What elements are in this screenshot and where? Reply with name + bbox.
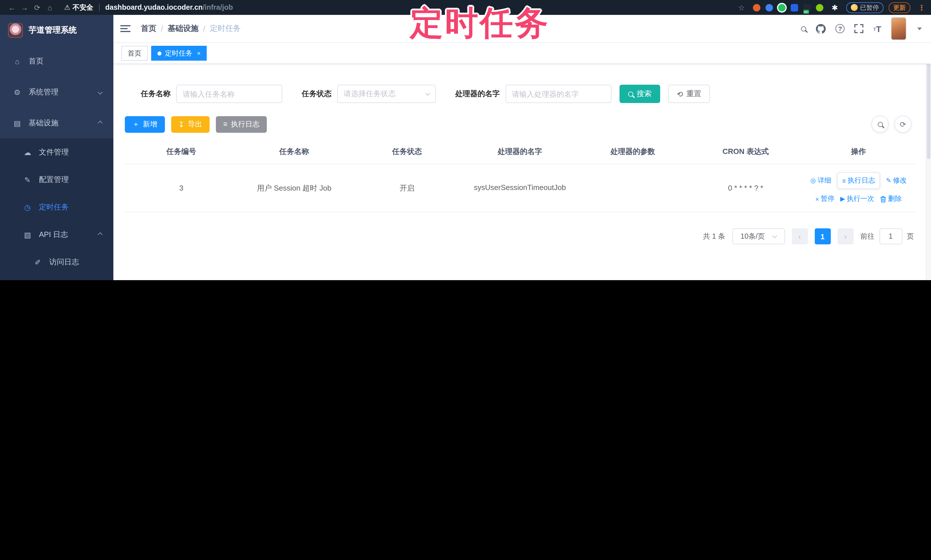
- trash-icon: [880, 195, 886, 202]
- extension-icon-on-badge[interactable]: on: [803, 4, 811, 11]
- run-once-link[interactable]: ▶ 执行一次: [840, 194, 874, 204]
- cell-job-name: 用户 Session 超时 Job: [237, 164, 350, 212]
- sidebar-item-system[interactable]: ⚙ 系统管理: [0, 77, 113, 108]
- tag-home[interactable]: 首页: [122, 46, 148, 61]
- chevron-down-icon: [772, 233, 777, 238]
- delete-link[interactable]: 删除: [880, 194, 902, 204]
- refresh-icon[interactable]: ⟳: [894, 115, 911, 133]
- breadcrumb-infra[interactable]: 基础设施: [168, 23, 199, 34]
- sidebar-item-infra[interactable]: ▤ 基础设施: [0, 108, 113, 138]
- sidebar-collapse-icon[interactable]: [120, 25, 131, 32]
- active-dot-icon: [157, 51, 162, 55]
- search-icon[interactable]: [801, 26, 806, 31]
- extension-icon-orange[interactable]: [753, 4, 760, 11]
- sidebar-item-config-manage[interactable]: ✎ 配置管理: [0, 166, 113, 194]
- browser-reload-icon[interactable]: ⟳: [31, 3, 43, 12]
- col-job-name: 任务名称: [237, 141, 350, 164]
- pagination: 共 1 条 10条/页 ‹ 1 › 前往 页: [125, 228, 914, 245]
- cloud-upload-icon: ☁: [23, 148, 32, 157]
- tag-scheduled-job[interactable]: 定时任务 ×: [151, 46, 207, 61]
- list-icon: ≡: [223, 120, 228, 128]
- cell-actions: ◎ 详细 ≡ 执行日志 ✎: [802, 164, 915, 212]
- pause-link[interactable]: × 暂停: [815, 194, 834, 204]
- pencil-icon: ✎: [886, 177, 891, 184]
- font-size-icon[interactable]: ᴛT: [873, 24, 881, 34]
- export-button[interactable]: ↧ 导出: [171, 116, 210, 132]
- row-job-log-link[interactable]: ≡ 执行日志: [837, 172, 880, 189]
- handler-name-input[interactable]: [506, 85, 612, 103]
- browser-home-icon[interactable]: ⌂: [43, 3, 56, 12]
- avatar[interactable]: [891, 17, 906, 40]
- detail-link[interactable]: ◎ 详细: [811, 176, 831, 185]
- infra-submenu: ☁ 文件管理 ✎ 配置管理 ◷ 定时任务 ▧ API 日志 ✐: [0, 138, 113, 280]
- job-name-input[interactable]: [176, 85, 282, 103]
- pause-icon: ×: [815, 195, 819, 202]
- address-bar[interactable]: ⚠ 不安全 dashboard.yudao.iocoder.cn /infra/…: [64, 3, 735, 12]
- caret-down-icon[interactable]: [917, 27, 922, 30]
- breadcrumb-current: 定时任务: [210, 23, 241, 34]
- sidebar: 芋道管理系统 ⌂ 首页 ⚙ 系统管理 ▤ 基础设施 ☁ 文件管理: [0, 15, 113, 280]
- col-cron: CRON 表达式: [689, 141, 802, 164]
- col-job-id: 任务编号: [125, 141, 237, 164]
- current-page[interactable]: 1: [814, 228, 831, 245]
- show-search-icon[interactable]: [871, 115, 889, 133]
- extensions-puzzle-icon[interactable]: ✱: [829, 3, 841, 12]
- paused-badge[interactable]: 已暂停: [846, 2, 883, 13]
- page-size-select[interactable]: 10条/页: [732, 228, 785, 245]
- job-table: 任务编号 任务名称 任务状态 处理器的名字 处理器的参数 CRON 表达式 操作…: [125, 141, 915, 212]
- page-header: 首页 / 基础设施 / 定时任务 ? ᴛT: [113, 15, 931, 43]
- chevron-up-icon: [98, 232, 103, 237]
- job-log-button[interactable]: ≡ 执行日志: [216, 116, 267, 132]
- sidebar-item-home[interactable]: ⌂ 首页: [0, 46, 113, 77]
- sidebar-item-scheduled-job[interactable]: ◷ 定时任务: [0, 194, 113, 221]
- search-form: 任务名称 任务状态 请选择任务状态 处理器的名字 搜索: [141, 85, 915, 103]
- browser-back-icon[interactable]: ←: [6, 3, 18, 12]
- play-icon: ▶: [840, 195, 845, 203]
- extension-icon-green-check[interactable]: [778, 4, 786, 11]
- app-title: 芋道管理系统: [29, 25, 77, 35]
- reset-button[interactable]: ⟲ 重置: [668, 85, 710, 103]
- sidebar-item-file-manage[interactable]: ☁ 文件管理: [0, 138, 113, 166]
- add-button[interactable]: ＋ 新增: [125, 116, 165, 132]
- extension-icon-lime[interactable]: [816, 4, 823, 11]
- edit-link[interactable]: ✎ 修改: [886, 176, 907, 185]
- prev-page-button[interactable]: ‹: [792, 228, 808, 245]
- col-job-status: 任务状态: [351, 141, 464, 164]
- sidebar-item-error-log[interactable]: ✐ 错误日志: [0, 276, 113, 280]
- url-separator: [99, 3, 100, 11]
- eye-icon: ◎: [811, 177, 816, 184]
- chevron-down-icon: [98, 90, 103, 95]
- url-host: dashboard.yudao.iocoder.cn: [105, 3, 203, 11]
- sidebar-item-access-log[interactable]: ✐ 访问日志: [0, 248, 113, 276]
- browser-forward-icon[interactable]: →: [18, 3, 31, 12]
- col-handler-name: 处理器的名字: [464, 141, 576, 164]
- edit-square-icon: ✎: [23, 175, 32, 184]
- security-warning[interactable]: ⚠ 不安全: [64, 3, 93, 12]
- col-actions: 操作: [802, 141, 915, 164]
- github-icon[interactable]: [816, 24, 826, 34]
- breadcrumb-home[interactable]: 首页: [141, 23, 156, 34]
- chevron-up-icon: [98, 121, 103, 126]
- bookmark-star-icon[interactable]: ☆: [735, 3, 748, 12]
- search-button[interactable]: 搜索: [620, 85, 660, 103]
- job-status-select[interactable]: 请选择任务状态: [337, 85, 436, 103]
- extension-icon-blue[interactable]: [766, 4, 773, 11]
- next-page-button[interactable]: ›: [837, 228, 853, 245]
- fullscreen-icon[interactable]: [854, 24, 863, 33]
- cell-handler-name: sysUserSessionTimeoutJob: [464, 164, 576, 212]
- download-icon: ↧: [178, 120, 184, 128]
- update-button[interactable]: 更新: [889, 2, 910, 13]
- help-icon[interactable]: ?: [835, 24, 845, 33]
- browser-menu-icon[interactable]: ⋮: [918, 3, 925, 12]
- total-count: 共 1 条: [703, 231, 725, 241]
- goto-page-input[interactable]: [879, 228, 902, 245]
- sidebar-item-api-log[interactable]: ▧ API 日志: [0, 221, 113, 248]
- gear-icon: ⚙: [12, 88, 22, 97]
- refresh-icon: ⟲: [677, 89, 683, 98]
- table-tools: ⟳: [871, 115, 911, 133]
- cell-cron: 0 * * * * ? *: [689, 164, 802, 212]
- logo-avatar: [8, 23, 23, 38]
- close-icon[interactable]: ×: [197, 50, 201, 57]
- logo-row[interactable]: 芋道管理系统: [0, 15, 113, 46]
- extension-icon-indigo[interactable]: [791, 4, 798, 11]
